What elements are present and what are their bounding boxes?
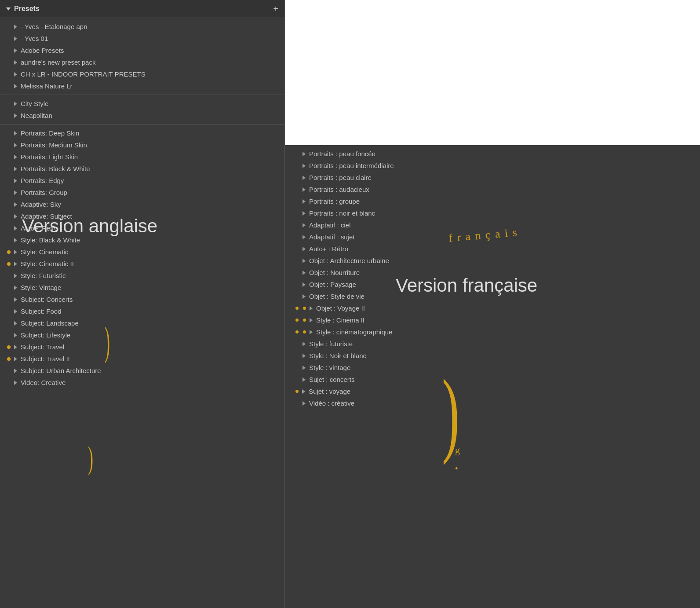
right-preset-item[interactable]: Objet : Nourriture <box>285 267 700 278</box>
right-preset-item[interactable]: Portraits : peau intermédiaire <box>285 160 700 172</box>
expand-arrow-icon <box>303 259 306 263</box>
left-preset-item[interactable]: Portraits: Medium Skin <box>0 139 284 151</box>
expand-arrow-icon <box>14 114 17 118</box>
preset-item-label: Subject: Landscape <box>21 319 79 327</box>
expand-arrow-icon <box>14 102 17 106</box>
right-preset-item[interactable]: Portraits : groupe <box>285 195 700 207</box>
preset-item-label: Subject: Travel II <box>21 355 70 363</box>
left-preset-item[interactable]: Subject: Urban Architecture <box>0 365 284 377</box>
expand-arrow-icon <box>303 294 306 299</box>
preset-item-label: CH x LR - INDOOR PORTRAIT PRESETS <box>21 70 146 78</box>
expand-arrow-icon <box>303 354 306 358</box>
right-preset-item[interactable]: Style : Noir et blanc <box>285 350 700 362</box>
preset-item-label: Adaptatif : ciel <box>309 221 350 229</box>
preset-item-label: Subject: Travel <box>21 343 64 351</box>
preset-item-label: Sujet : concerts <box>309 376 354 383</box>
left-preset-item[interactable]: Subject: Landscape <box>0 317 284 329</box>
right-preset-item[interactable]: Objet : Style de vie <box>285 290 700 302</box>
left-panel: Presets + - Yves - Etalonage apn- Yves 0… <box>0 0 285 608</box>
expand-arrow-icon <box>303 366 306 370</box>
right-preset-item[interactable]: Portraits : noir et blanc <box>285 207 700 219</box>
right-preset-item[interactable]: Adaptatif : sujet <box>285 231 700 243</box>
left-preset-item[interactable]: aundre's new preset pack <box>0 56 284 68</box>
right-preset-item[interactable]: Portraits : peau foncée <box>285 148 700 160</box>
left-preset-item[interactable]: Style: Futuristic <box>0 270 284 282</box>
right-preset-item[interactable]: Auto+ : Rétro <box>285 243 700 255</box>
divider <box>0 124 284 125</box>
expand-arrow-icon <box>303 164 306 168</box>
right-preset-item[interactable]: Portraits : audacieux <box>285 183 700 195</box>
add-preset-button[interactable]: + <box>273 4 278 13</box>
expand-arrow-icon <box>14 345 17 349</box>
dot-indicator <box>7 345 11 349</box>
right-preset-item[interactable]: Sujet : voyage <box>285 385 700 397</box>
right-preset-item[interactable]: Objet : Paysage <box>285 278 700 290</box>
left-preset-item[interactable]: Subject: Travel II <box>0 353 284 365</box>
left-preset-item[interactable]: Portraits: Light Skin <box>0 151 284 163</box>
preset-item-label: Melissa Nature Lr <box>21 82 73 90</box>
left-preset-item[interactable]: Style: Cinematic <box>0 246 284 258</box>
left-preset-item[interactable]: CH x LR - INDOOR PORTRAIT PRESETS <box>0 68 284 80</box>
expand-arrow-icon <box>14 238 17 242</box>
expand-arrow-icon <box>303 342 306 346</box>
preset-item-label: Vidéo : créative <box>309 399 354 407</box>
divider <box>0 95 284 95</box>
expand-arrow-icon <box>14 214 17 219</box>
left-preset-item[interactable]: Style: Vintage <box>0 282 284 293</box>
expand-arrow-icon <box>14 167 17 171</box>
left-preset-item[interactable]: Video: Creative <box>0 377 284 388</box>
preset-item-label: Portraits : peau intermédiaire <box>309 162 394 169</box>
left-preset-item[interactable]: Portraits: Group <box>0 187 284 198</box>
left-preset-item[interactable]: Style: Black & White <box>0 234 284 246</box>
preset-item-label: Style : Cinéma II <box>316 316 365 324</box>
left-preset-item[interactable]: Subject: Travel <box>0 341 284 353</box>
expand-arrow-icon <box>303 176 306 180</box>
left-preset-item[interactable]: City Style <box>0 98 284 110</box>
right-preset-item[interactable]: Style : Cinéma II <box>285 314 700 326</box>
right-preset-item[interactable]: Objet : Architecture urbaine <box>285 255 700 267</box>
expand-arrow-icon <box>14 226 17 231</box>
preset-item-label: Portraits : audacieux <box>309 186 369 193</box>
preset-item-label: Subject: Urban Architecture <box>21 367 101 374</box>
expand-arrow-icon <box>14 286 17 290</box>
preset-item-label: Portraits: Black & White <box>21 165 90 172</box>
left-preset-item[interactable]: Portraits: Black & White <box>0 163 284 175</box>
right-preset-item[interactable]: Style : futuriste <box>285 338 700 350</box>
expand-arrow-icon <box>14 48 17 53</box>
expand-arrow-icon <box>14 202 17 207</box>
right-preset-item[interactable]: Portraits : peau claire <box>285 172 700 183</box>
left-preset-item[interactable]: Subject: Lifestyle <box>0 329 284 341</box>
left-preset-item[interactable]: Adaptive: Sky <box>0 198 284 210</box>
preset-item-label: Style: Black & White <box>21 236 80 244</box>
left-preset-item[interactable]: Portraits: Edgy <box>0 175 284 187</box>
right-preset-item[interactable]: Sujet : concerts <box>285 374 700 385</box>
preset-item-label: City Style <box>21 100 48 107</box>
right-preset-item[interactable]: Objet : Voyage II <box>285 302 700 314</box>
right-preset-item[interactable]: Adaptatif : ciel <box>285 219 700 231</box>
expand-arrow-icon <box>14 309 17 314</box>
left-preset-item[interactable]: Neapolitan <box>0 110 284 121</box>
right-preset-item[interactable]: Vidéo : créative <box>285 397 700 409</box>
collapse-icon[interactable] <box>6 7 11 11</box>
expand-arrow-icon <box>303 271 306 275</box>
preset-item-label: Portraits: Light Skin <box>21 153 78 161</box>
expand-arrow-icon <box>310 318 313 322</box>
expand-arrow-icon <box>303 377 306 382</box>
expand-arrow-icon <box>303 282 306 287</box>
left-preset-item[interactable]: Melissa Nature Lr <box>0 80 284 92</box>
left-preset-item[interactable]: Adaptive: Subject <box>0 210 284 222</box>
preset-item-label: Objet : Architecture urbaine <box>309 257 389 264</box>
right-preset-item[interactable]: Style : vintage <box>285 362 700 374</box>
right-panel: Portraits : peau foncéePortraits : peau … <box>285 0 700 608</box>
left-preset-item[interactable]: Auto+: Retro <box>0 222 284 234</box>
left-preset-item[interactable]: Style: Cinematic II <box>0 258 284 270</box>
left-preset-item[interactable]: Subject: Concerts <box>0 293 284 305</box>
preset-item-label: Adaptatif : sujet <box>309 233 354 241</box>
left-preset-item[interactable]: Subject: Food <box>0 305 284 317</box>
left-preset-item[interactable]: - Yves - Etalonage apn <box>0 21 284 33</box>
left-preset-item[interactable]: Adobe Presets <box>0 44 284 56</box>
right-preset-item[interactable]: Style : cinématographique <box>285 326 700 338</box>
preset-item-label: Objet : Style de vie <box>309 293 365 300</box>
left-preset-item[interactable]: - Yves 01 <box>0 33 284 44</box>
left-preset-item[interactable]: Portraits: Deep Skin <box>0 127 284 139</box>
